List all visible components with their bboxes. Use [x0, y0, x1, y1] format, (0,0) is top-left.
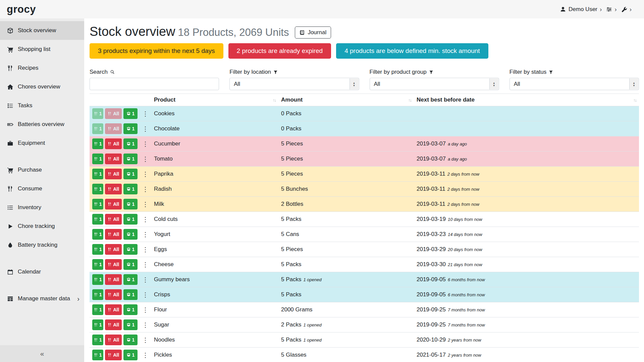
product-group-select[interactable]: All [370, 78, 499, 90]
consume-one-button[interactable]: 1 [92, 123, 103, 134]
open-one-button[interactable]: 1 [123, 274, 138, 285]
row-menu-icon[interactable]: ⋮ [142, 337, 149, 343]
open-one-button[interactable]: 1 [123, 289, 138, 300]
open-one-button[interactable]: 1 [123, 229, 138, 240]
row-menu-icon[interactable]: ⋮ [142, 216, 149, 223]
product-column-header[interactable]: Product↑↓ [151, 94, 278, 106]
chevron-right-icon[interactable]: › [614, 6, 616, 12]
consume-one-button[interactable]: 1 [92, 244, 103, 255]
open-one-button[interactable]: 1 [123, 108, 138, 119]
consume-one-button[interactable]: 1 [92, 289, 103, 300]
consume-all-button[interactable]: All [105, 304, 122, 315]
sidebar-item-consume[interactable]: Consume [0, 179, 84, 198]
sidebar-item-battery-tracking[interactable]: Battery tracking [0, 236, 84, 254]
consume-one-button[interactable]: 1 [92, 108, 103, 119]
row-menu-icon[interactable]: ⋮ [142, 352, 149, 358]
status-badge[interactable]: 3 products expiring within the next 5 da… [90, 43, 223, 59]
sidebar-item-calendar[interactable]: Calendar [0, 262, 84, 281]
open-one-button[interactable]: 1 [123, 259, 138, 270]
sidebar-item-chores-overview[interactable]: Chores overview [0, 77, 84, 96]
consume-all-button[interactable]: All [105, 289, 122, 300]
location-select[interactable]: All [229, 78, 359, 90]
row-menu-icon[interactable]: ⋮ [142, 126, 149, 132]
consume-all-button[interactable]: All [105, 199, 122, 209]
settings-menu[interactable] [621, 6, 627, 12]
row-menu-icon[interactable]: ⋮ [142, 111, 149, 117]
consume-all-button[interactable]: All [105, 350, 122, 360]
open-one-button[interactable]: 1 [123, 304, 138, 315]
consume-one-button[interactable]: 1 [92, 319, 103, 330]
consume-all-button[interactable]: All [105, 214, 122, 225]
sidebar-item-stock-overview[interactable]: Stock overview [0, 21, 84, 40]
row-menu-icon[interactable]: ⋮ [142, 261, 149, 268]
sort-icon[interactable]: ↑↓ [633, 98, 636, 103]
consume-all-button[interactable]: All [105, 229, 122, 240]
status-select[interactable]: All [509, 78, 639, 90]
row-menu-icon[interactable]: ⋮ [142, 186, 149, 192]
open-one-button[interactable]: 1 [123, 335, 138, 345]
display-options-menu[interactable] [606, 6, 612, 12]
row-menu-icon[interactable]: ⋮ [142, 322, 149, 328]
sort-icon[interactable]: ↑↓ [408, 98, 411, 103]
sidebar-item-chore-tracking[interactable]: Chore tracking [0, 217, 84, 236]
consume-all-button[interactable]: All [105, 259, 122, 270]
open-one-button[interactable]: 1 [123, 199, 138, 209]
consume-all-button[interactable]: All [105, 154, 122, 164]
chevron-right-icon[interactable]: › [600, 6, 602, 12]
consume-one-button[interactable]: 1 [92, 199, 103, 209]
consume-one-button[interactable]: 1 [92, 214, 103, 225]
open-one-button[interactable]: 1 [123, 184, 138, 194]
consume-all-button[interactable]: All [105, 138, 122, 149]
consume-one-button[interactable]: 1 [92, 184, 103, 194]
consume-one-button[interactable]: 1 [92, 154, 103, 164]
consume-one-button[interactable]: 1 [92, 274, 103, 285]
status-badge[interactable]: 2 products are already expired [228, 43, 331, 59]
sidebar-item-tasks[interactable]: Tasks [0, 96, 84, 115]
consume-all-button[interactable]: All [105, 123, 122, 134]
sidebar-collapse-button[interactable]: « [0, 345, 84, 362]
search-input[interactable] [90, 78, 219, 90]
open-one-button[interactable]: 1 [123, 138, 138, 149]
consume-one-button[interactable]: 1 [92, 259, 103, 270]
sidebar-item-purchase[interactable]: Purchase [0, 161, 84, 179]
consume-all-button[interactable]: All [105, 319, 122, 330]
row-menu-icon[interactable]: ⋮ [142, 307, 149, 313]
consume-all-button[interactable]: All [105, 108, 122, 119]
sidebar-item-manage-master-data[interactable]: Manage master data › [0, 289, 84, 308]
sidebar-item-inventory[interactable]: Inventory [0, 198, 84, 217]
app-logo[interactable]: grocy [7, 3, 36, 15]
open-one-button[interactable]: 1 [123, 154, 138, 164]
consume-one-button[interactable]: 1 [92, 169, 103, 179]
consume-all-button[interactable]: All [105, 335, 122, 345]
sidebar-item-batteries-overview[interactable]: Batteries overview [0, 115, 84, 134]
row-menu-icon[interactable]: ⋮ [142, 231, 149, 238]
consume-one-button[interactable]: 1 [92, 138, 103, 149]
row-menu-icon[interactable]: ⋮ [142, 156, 149, 162]
journal-button[interactable]: Journal [295, 26, 331, 39]
sidebar-item-recipes[interactable]: Recipes [0, 59, 84, 77]
sort-icon[interactable]: ↑↓ [273, 98, 276, 103]
consume-one-button[interactable]: 1 [92, 335, 103, 345]
row-menu-icon[interactable]: ⋮ [142, 246, 149, 253]
open-one-button[interactable]: 1 [123, 350, 138, 360]
row-menu-icon[interactable]: ⋮ [142, 201, 149, 207]
consume-one-button[interactable]: 1 [92, 350, 103, 360]
sidebar-item-equipment[interactable]: Equipment [0, 134, 84, 153]
row-menu-icon[interactable]: ⋮ [142, 292, 149, 298]
open-one-button[interactable]: 1 [123, 319, 138, 330]
consume-one-button[interactable]: 1 [92, 304, 103, 315]
consume-one-button[interactable]: 1 [92, 229, 103, 240]
open-one-button[interactable]: 1 [123, 123, 138, 134]
consume-all-button[interactable]: All [105, 244, 122, 255]
open-one-button[interactable]: 1 [123, 244, 138, 255]
sidebar-item-shopping-list[interactable]: Shopping list [0, 40, 84, 59]
row-menu-icon[interactable]: ⋮ [142, 171, 149, 177]
consume-all-button[interactable]: All [105, 169, 122, 179]
row-menu-icon[interactable]: ⋮ [142, 141, 149, 147]
row-menu-icon[interactable]: ⋮ [142, 277, 149, 283]
consume-all-button[interactable]: All [105, 184, 122, 194]
chevron-right-icon[interactable]: › [630, 6, 632, 12]
user-menu[interactable]: Demo User [560, 6, 597, 13]
bbd-column-header[interactable]: Next best before date↑↓ [414, 94, 639, 106]
open-one-button[interactable]: 1 [123, 214, 138, 225]
